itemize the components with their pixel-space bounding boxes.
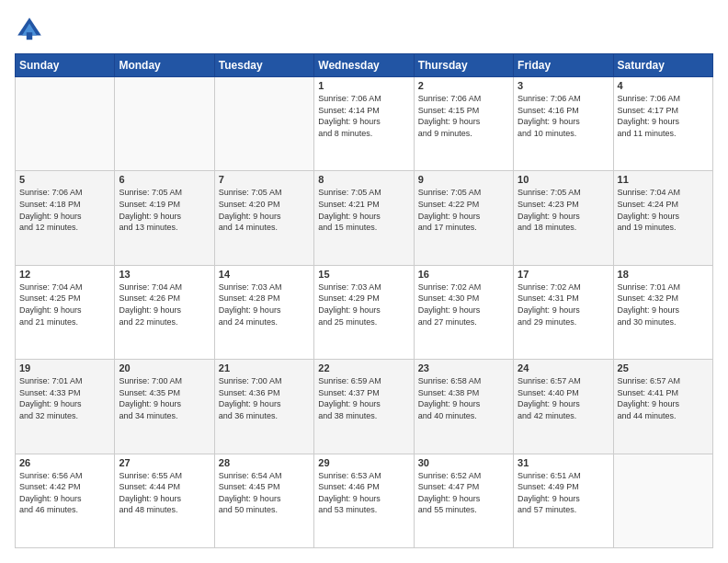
calendar-cell: 23Sunrise: 6:58 AM Sunset: 4:38 PM Dayli… [414, 360, 513, 454]
day-info: Sunrise: 7:05 AM Sunset: 4:19 PM Dayligh… [119, 187, 210, 233]
day-info: Sunrise: 7:06 AM Sunset: 4:16 PM Dayligh… [518, 93, 609, 139]
weekday-header-tuesday: Tuesday [214, 54, 313, 77]
calendar-cell: 20Sunrise: 7:00 AM Sunset: 4:35 PM Dayli… [115, 360, 214, 454]
calendar-cell: 19Sunrise: 7:01 AM Sunset: 4:33 PM Dayli… [16, 360, 115, 454]
week-row-0: 1Sunrise: 7:06 AM Sunset: 4:14 PM Daylig… [16, 77, 713, 171]
day-info: Sunrise: 6:59 AM Sunset: 4:37 PM Dayligh… [318, 375, 409, 421]
day-info: Sunrise: 7:02 AM Sunset: 4:30 PM Dayligh… [418, 282, 509, 327]
weekday-header-sunday: Sunday [16, 54, 115, 77]
day-number: 8 [318, 174, 409, 185]
day-number: 2 [418, 80, 509, 91]
day-number: 7 [219, 174, 310, 185]
calendar-cell: 11Sunrise: 7:04 AM Sunset: 4:24 PM Dayli… [613, 171, 712, 265]
day-number: 21 [219, 362, 310, 373]
calendar-cell [613, 454, 712, 547]
day-number: 15 [318, 269, 409, 280]
day-info: Sunrise: 7:04 AM Sunset: 4:26 PM Dayligh… [119, 282, 210, 327]
day-info: Sunrise: 6:55 AM Sunset: 4:44 PM Dayligh… [119, 470, 210, 516]
calendar-cell: 15Sunrise: 7:03 AM Sunset: 4:29 PM Dayli… [314, 265, 414, 359]
calendar-cell: 18Sunrise: 7:01 AM Sunset: 4:32 PM Dayli… [613, 265, 712, 359]
day-info: Sunrise: 6:57 AM Sunset: 4:40 PM Dayligh… [518, 375, 609, 421]
day-number: 6 [119, 174, 210, 185]
day-number: 22 [318, 362, 409, 373]
day-number: 24 [518, 362, 609, 373]
calendar-cell: 26Sunrise: 6:56 AM Sunset: 4:42 PM Dayli… [16, 454, 115, 547]
day-number: 18 [618, 269, 709, 280]
calendar-cell: 5Sunrise: 7:06 AM Sunset: 4:18 PM Daylig… [16, 171, 115, 265]
day-number: 30 [418, 457, 509, 468]
day-number: 31 [518, 457, 609, 468]
calendar-cell: 22Sunrise: 6:59 AM Sunset: 4:37 PM Dayli… [314, 360, 414, 454]
calendar-cell: 4Sunrise: 7:06 AM Sunset: 4:17 PM Daylig… [613, 77, 712, 171]
calendar-cell: 8Sunrise: 7:05 AM Sunset: 4:21 PM Daylig… [314, 171, 414, 265]
day-info: Sunrise: 7:00 AM Sunset: 4:36 PM Dayligh… [219, 375, 310, 421]
calendar-cell: 27Sunrise: 6:55 AM Sunset: 4:44 PM Dayli… [115, 454, 214, 547]
weekday-header-wednesday: Wednesday [314, 54, 414, 77]
day-number: 5 [19, 174, 110, 185]
calendar-cell: 17Sunrise: 7:02 AM Sunset: 4:31 PM Dayli… [514, 265, 613, 359]
logo [15, 15, 48, 44]
calendar: SundayMondayTuesdayWednesdayThursdayFrid… [15, 53, 713, 548]
day-info: Sunrise: 6:56 AM Sunset: 4:42 PM Dayligh… [19, 470, 110, 516]
calendar-cell: 24Sunrise: 6:57 AM Sunset: 4:40 PM Dayli… [514, 360, 613, 454]
day-number: 4 [618, 80, 709, 91]
day-info: Sunrise: 6:53 AM Sunset: 4:46 PM Dayligh… [318, 470, 409, 516]
weekday-header-thursday: Thursday [414, 54, 513, 77]
day-number: 29 [318, 457, 409, 468]
day-number: 27 [119, 457, 210, 468]
day-info: Sunrise: 7:06 AM Sunset: 4:18 PM Dayligh… [19, 187, 110, 233]
day-info: Sunrise: 7:06 AM Sunset: 4:15 PM Dayligh… [418, 93, 509, 139]
calendar-cell: 21Sunrise: 7:00 AM Sunset: 4:36 PM Dayli… [214, 360, 313, 454]
day-number: 17 [518, 269, 609, 280]
calendar-cell: 2Sunrise: 7:06 AM Sunset: 4:15 PM Daylig… [414, 77, 513, 171]
logo-icon [15, 15, 44, 44]
calendar-cell: 31Sunrise: 6:51 AM Sunset: 4:49 PM Dayli… [514, 454, 613, 547]
week-row-4: 26Sunrise: 6:56 AM Sunset: 4:42 PM Dayli… [16, 454, 713, 547]
day-info: Sunrise: 7:04 AM Sunset: 4:24 PM Dayligh… [618, 187, 709, 233]
calendar-cell: 7Sunrise: 7:05 AM Sunset: 4:20 PM Daylig… [214, 171, 313, 265]
day-number: 19 [19, 362, 110, 373]
day-number: 12 [19, 269, 110, 280]
day-info: Sunrise: 7:01 AM Sunset: 4:33 PM Dayligh… [19, 375, 110, 421]
day-number: 20 [119, 362, 210, 373]
calendar-cell: 30Sunrise: 6:52 AM Sunset: 4:47 PM Dayli… [414, 454, 513, 547]
day-info: Sunrise: 7:00 AM Sunset: 4:35 PM Dayligh… [119, 375, 210, 421]
calendar-cell: 1Sunrise: 7:06 AM Sunset: 4:14 PM Daylig… [314, 77, 414, 171]
day-info: Sunrise: 6:54 AM Sunset: 4:45 PM Dayligh… [219, 470, 310, 516]
day-number: 23 [418, 362, 509, 373]
calendar-cell: 3Sunrise: 7:06 AM Sunset: 4:16 PM Daylig… [514, 77, 613, 171]
day-number: 3 [518, 80, 609, 91]
week-row-1: 5Sunrise: 7:06 AM Sunset: 4:18 PM Daylig… [16, 171, 713, 265]
weekday-header-friday: Friday [514, 54, 613, 77]
page: SundayMondayTuesdayWednesdayThursdayFrid… [0, 0, 728, 563]
calendar-cell: 12Sunrise: 7:04 AM Sunset: 4:25 PM Dayli… [16, 265, 115, 359]
calendar-cell: 9Sunrise: 7:05 AM Sunset: 4:22 PM Daylig… [414, 171, 513, 265]
calendar-cell: 25Sunrise: 6:57 AM Sunset: 4:41 PM Dayli… [613, 360, 712, 454]
day-number: 26 [19, 457, 110, 468]
calendar-cell: 14Sunrise: 7:03 AM Sunset: 4:28 PM Dayli… [214, 265, 313, 359]
week-row-3: 19Sunrise: 7:01 AM Sunset: 4:33 PM Dayli… [16, 360, 713, 454]
day-number: 25 [618, 362, 709, 373]
day-info: Sunrise: 7:05 AM Sunset: 4:23 PM Dayligh… [518, 187, 609, 233]
day-info: Sunrise: 6:57 AM Sunset: 4:41 PM Dayligh… [618, 375, 709, 421]
day-number: 13 [119, 269, 210, 280]
day-info: Sunrise: 7:05 AM Sunset: 4:22 PM Dayligh… [418, 187, 509, 233]
day-info: Sunrise: 7:05 AM Sunset: 4:21 PM Dayligh… [318, 187, 409, 233]
day-info: Sunrise: 7:06 AM Sunset: 4:14 PM Dayligh… [318, 93, 409, 139]
day-info: Sunrise: 7:05 AM Sunset: 4:20 PM Dayligh… [219, 187, 310, 233]
weekday-header-monday: Monday [115, 54, 214, 77]
calendar-cell: 28Sunrise: 6:54 AM Sunset: 4:45 PM Dayli… [214, 454, 313, 547]
weekday-header-saturday: Saturday [613, 54, 712, 77]
header [15, 15, 713, 44]
day-info: Sunrise: 7:02 AM Sunset: 4:31 PM Dayligh… [518, 282, 609, 327]
day-info: Sunrise: 6:51 AM Sunset: 4:49 PM Dayligh… [518, 470, 609, 516]
day-info: Sunrise: 6:52 AM Sunset: 4:47 PM Dayligh… [418, 470, 509, 516]
calendar-cell: 6Sunrise: 7:05 AM Sunset: 4:19 PM Daylig… [115, 171, 214, 265]
week-row-2: 12Sunrise: 7:04 AM Sunset: 4:25 PM Dayli… [16, 265, 713, 359]
day-info: Sunrise: 7:03 AM Sunset: 4:28 PM Dayligh… [219, 282, 310, 327]
day-number: 16 [418, 269, 509, 280]
weekday-header-row: SundayMondayTuesdayWednesdayThursdayFrid… [16, 54, 713, 77]
day-number: 1 [318, 80, 409, 91]
day-number: 28 [219, 457, 310, 468]
svg-rect-2 [27, 32, 32, 40]
